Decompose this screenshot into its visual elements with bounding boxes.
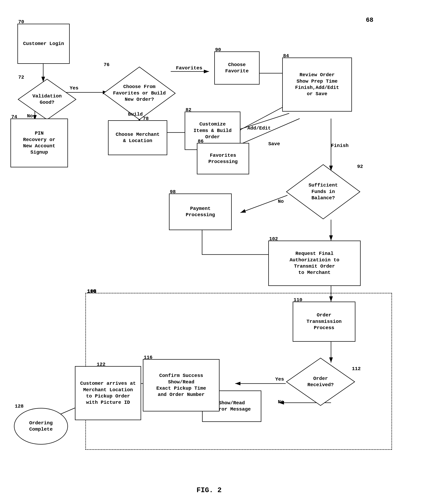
choose-merchant-node: Choose Merchant& Location xyxy=(108,120,167,155)
label-70: 70 xyxy=(18,19,24,24)
yes-validation-label: Yes xyxy=(70,85,78,91)
no-funds-label: No xyxy=(278,199,284,204)
choose-favorite-node: ChooseFavorite xyxy=(214,51,259,85)
svg-line-9 xyxy=(235,118,300,147)
validation-label: ValidationGood? xyxy=(32,93,62,106)
label-72: 72 xyxy=(18,75,24,80)
label-102: 102 xyxy=(269,236,278,242)
label-128: 128 xyxy=(15,403,23,409)
customize-items-label: CustomizeItems & BuildOrder xyxy=(194,121,231,140)
favorites-processing-label: FavoritesProcessing xyxy=(208,152,238,165)
label-68: 68 xyxy=(366,16,373,24)
label-108-text: 108 xyxy=(87,288,97,295)
review-order-node: Review OrderShow Prep TimeFinish,Add/Edi… xyxy=(282,58,352,112)
finish-label: Finish xyxy=(331,143,349,148)
customer-arrives-label: Customer arrives atMerchant Locationto P… xyxy=(80,380,136,406)
customer-login-label: Customer Login xyxy=(23,41,64,47)
label-116: 116 xyxy=(144,355,152,360)
ordering-complete-label: OrderingComplete xyxy=(29,420,53,433)
label-110: 110 xyxy=(294,297,302,303)
ordering-complete-node: OrderingComplete xyxy=(14,408,68,445)
request-final-auth-label: Request FinalAuthorizatioin toTransmit O… xyxy=(290,250,339,276)
review-order-label: Review OrderShow Prep TimeFinish,Add/Edi… xyxy=(295,72,339,97)
figure-caption: FIG. 2 xyxy=(157,486,261,494)
label-74: 74 xyxy=(11,114,17,120)
choose-favorite-label: ChooseFavorite xyxy=(225,62,249,74)
confirm-success-node: Confirm SuccessShow/ReadExact Pickup Tim… xyxy=(143,359,220,411)
label-86: 86 xyxy=(198,139,204,144)
label-122: 122 xyxy=(97,362,105,367)
confirm-success-label: Confirm SuccessShow/ReadExact Pickup Tim… xyxy=(156,372,206,398)
choose-merchant-label: Choose Merchant& Location xyxy=(116,132,160,144)
yes-received-label: Yes xyxy=(275,377,284,382)
order-transmission-label: OrderTransmissionProcess xyxy=(306,312,342,331)
sufficient-funds-label: SufficientFunds inBalance? xyxy=(309,182,338,201)
order-received-node: OrderReceived? xyxy=(286,357,355,406)
pin-recovery-label: PINRecovery orNew AccountSignup xyxy=(23,130,55,156)
request-final-auth-node: Request FinalAuthorizatioin toTransmit O… xyxy=(268,240,361,286)
validation-good-node: ValidationGood? xyxy=(17,78,77,120)
order-received-label: OrderReceived? xyxy=(307,375,334,388)
no-received-label: No xyxy=(278,399,284,405)
payment-processing-node: PaymentProcessing xyxy=(169,194,232,230)
favorites-processing-node: FavoritesProcessing xyxy=(197,143,249,174)
no-validation-label: No xyxy=(27,113,33,119)
label-92: 92 xyxy=(357,164,363,169)
add-edit-label: Add/Edit xyxy=(247,125,271,131)
favorites-or-build-label: Choose FromFavorites or BuildNew Order? xyxy=(113,84,166,103)
label-98: 98 xyxy=(170,189,176,194)
label-76: 76 xyxy=(104,62,110,68)
label-78: 78 xyxy=(143,116,149,121)
favorites-arrow-label: Favorites xyxy=(176,65,202,71)
order-transmission-node: OrderTransmissionProcess xyxy=(293,302,355,342)
label-82: 82 xyxy=(185,107,191,113)
customer-login-node: Customer Login xyxy=(17,24,70,64)
flowchart-diagram: Customer Login 70 ValidationGood? 72 Yes… xyxy=(0,0,427,504)
save-label: Save xyxy=(268,141,280,147)
label-112: 112 xyxy=(352,366,361,372)
payment-processing-label: PaymentProcessing xyxy=(186,206,215,218)
sufficient-funds-node: SufficientFunds inBalance? xyxy=(286,164,361,220)
pin-recovery-node: PINRecovery orNew AccountSignup xyxy=(10,118,68,167)
label-90: 90 xyxy=(215,47,221,53)
label-84: 84 xyxy=(283,53,289,59)
customer-arrives-node: Customer arrives atMerchant Locationto P… xyxy=(75,366,141,420)
build-arrow-label: Build xyxy=(128,112,143,117)
